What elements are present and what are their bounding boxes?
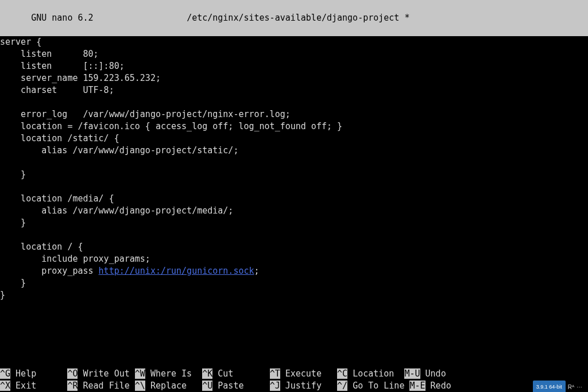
lbl-paste: Paste	[218, 381, 243, 391]
key-replace[interactable]: ^\	[135, 381, 145, 391]
line: alias /var/www/django-project/media/;	[0, 205, 233, 216]
line: location / {	[0, 242, 83, 252]
key-undo[interactable]: M-U	[404, 368, 420, 379]
line: error_log /var/www/django-project/nginx-…	[0, 109, 291, 119]
app-name: GNU nano 6.2	[21, 13, 93, 23]
line: charset UTF-8;	[0, 85, 114, 95]
file-path: /etc/nginx/sites-available/django-projec…	[187, 13, 409, 23]
line: include proxy_params;	[0, 254, 150, 264]
key-readfile[interactable]: ^R	[67, 381, 78, 391]
editor-content[interactable]: server { listen 80; listen [::]:80; serv…	[0, 36, 588, 301]
key-gotoline[interactable]: ^/	[337, 381, 347, 391]
key-paste[interactable]: ^U	[202, 381, 212, 391]
line-semi: ;	[254, 266, 260, 276]
lbl-replace: Replace	[150, 381, 187, 391]
key-whereis[interactable]: ^W	[135, 368, 145, 379]
sc-row2: ^X Exit ^R Read File ^\ Replace ^U Paste…	[0, 381, 451, 391]
lang-indicator-icon[interactable]: Rᴬ	[568, 381, 574, 393]
lbl-location: Location	[353, 368, 394, 379]
title-spacer	[94, 13, 187, 23]
sc-row1: ^G Help ^O Write Out ^W Where Is ^K Cut …	[0, 368, 446, 379]
line: alias /var/www/django-project/static/;	[0, 145, 238, 156]
python-version-badge[interactable]: 3.9.1 64-bit	[533, 381, 566, 393]
line: location = /favicon.ico { access_log off…	[0, 121, 342, 131]
shortcut-bar: ^G Help ^O Write Out ^W Where Is ^K Cut …	[0, 368, 588, 392]
line: location /media/ {	[0, 193, 114, 204]
key-help[interactable]: ^G	[0, 368, 10, 379]
line: location /static/ {	[0, 133, 119, 143]
proxy-pass-url[interactable]: http://unix:/run/gunicorn.sock	[99, 266, 254, 276]
lbl-exit: Exit	[16, 381, 36, 391]
os-taskbar-fragment: 3.9.1 64-bit Rᴬ ⋯	[533, 382, 582, 392]
lbl-justify: Justify	[285, 381, 322, 391]
lbl-redo: Redo	[431, 381, 451, 391]
lbl-gotoline: Go To Line	[353, 381, 404, 391]
nano-title-bar: GNU nano 6.2 /etc/nginx/sites-available/…	[0, 0, 588, 36]
line: }	[0, 169, 26, 180]
tray-icon[interactable]: ⋯	[577, 381, 582, 393]
key-exit[interactable]: ^X	[0, 381, 10, 391]
line: server {	[0, 37, 41, 47]
key-location[interactable]: ^C	[337, 368, 347, 379]
line: proxy_pass	[0, 266, 99, 276]
key-redo[interactable]: M-E	[409, 381, 425, 391]
line: }	[0, 218, 26, 228]
lbl-writeout: Write Out	[83, 368, 130, 379]
lbl-undo: Undo	[425, 368, 446, 379]
line: listen 80;	[0, 49, 99, 59]
key-cut[interactable]: ^K	[202, 368, 212, 379]
line: }	[0, 278, 26, 288]
line: listen [::]:80;	[0, 61, 125, 71]
lbl-execute: Execute	[285, 368, 322, 379]
lbl-whereis: Where Is	[150, 368, 192, 379]
line: }	[0, 290, 5, 300]
lbl-cut: Cut	[218, 368, 233, 379]
line: server_name 159.223.65.232;	[0, 73, 161, 83]
key-justify[interactable]: ^J	[270, 381, 280, 391]
lbl-help: Help	[16, 368, 36, 379]
terminal-window: GNU nano 6.2 /etc/nginx/sites-available/…	[0, 0, 588, 392]
key-writeout[interactable]: ^O	[67, 368, 78, 379]
key-execute[interactable]: ^T	[270, 368, 280, 379]
lbl-readfile: Read File	[83, 381, 130, 391]
